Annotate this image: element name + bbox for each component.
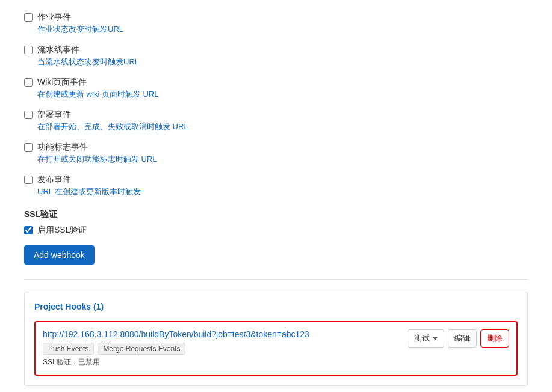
- event-item-release: 发布事件 URL 在创建或更新版本时触发: [24, 174, 528, 197]
- add-webhook-button[interactable]: Add webhook: [24, 245, 95, 265]
- events-section: 作业事件 作业状态改变时触发URL 流水线事件 当流水线状态改变时触发URL W…: [24, 12, 528, 197]
- hook-url: http://192.168.3.112:8080/buildByToken/b…: [43, 329, 398, 339]
- test-button[interactable]: 测试: [408, 329, 444, 348]
- edit-button[interactable]: 编辑: [448, 329, 477, 348]
- job-events-label: 作业事件: [37, 12, 71, 23]
- feature-flag-events-checkbox[interactable]: [24, 143, 33, 152]
- divider: [24, 279, 528, 280]
- hook-actions: 测试 编辑 删除: [408, 329, 509, 348]
- page-container: 作业事件 作业状态改变时触发URL 流水线事件 当流水线状态改变时触发URL W…: [0, 0, 552, 392]
- deploy-events-label: 部署事件: [37, 109, 71, 120]
- feature-flag-events-description: 在打开或关闭功能标志时触发 URL: [37, 154, 528, 165]
- project-hooks-section: Project Hooks (1) http://192.168.3.112:8…: [24, 292, 528, 386]
- release-events-description: URL 在创建或更新版本时触发: [37, 186, 528, 197]
- wiki-events-description: 在创建或更新 wiki 页面时触发 URL: [37, 89, 528, 100]
- wiki-events-checkbox[interactable]: [24, 78, 33, 87]
- job-events-description: 作业状态改变时触发URL: [37, 24, 528, 35]
- delete-button[interactable]: 删除: [480, 329, 509, 348]
- hook-ssl-status: SSL验证：已禁用: [43, 357, 398, 367]
- event-item-feature-flag: 功能标志事件 在打开或关闭功能标志时触发 URL: [24, 142, 528, 165]
- ssl-label: 启用SSL验证: [37, 225, 87, 236]
- ssl-section-title: SSL验证: [24, 209, 528, 220]
- event-item-job: 作业事件 作业状态改变时触发URL: [24, 12, 528, 35]
- hook-tags: Push Events Merge Requests Events: [43, 343, 398, 355]
- test-button-label: 测试: [414, 333, 430, 344]
- event-item-wiki: Wiki页面事件 在创建或更新 wiki 页面时触发 URL: [24, 77, 528, 100]
- event-item-deploy: 部署事件 在部署开始、完成、失败或取消时触发 URL: [24, 109, 528, 132]
- project-hooks-title: Project Hooks (1): [34, 302, 518, 311]
- hook-tag-merge: Merge Requests Events: [98, 343, 185, 355]
- pipeline-events-description: 当流水线状态改变时触发URL: [37, 57, 528, 67]
- hook-tag-push: Push Events: [43, 343, 94, 355]
- chevron-down-icon: [433, 337, 438, 340]
- wiki-events-label: Wiki页面事件: [37, 77, 87, 88]
- deploy-events-checkbox[interactable]: [24, 111, 33, 119]
- pipeline-events-label: 流水线事件: [37, 44, 79, 55]
- ssl-section: SSL验证 启用SSL验证: [24, 209, 528, 236]
- deploy-events-description: 在部署开始、完成、失败或取消时触发 URL: [37, 121, 528, 132]
- pipeline-events-checkbox[interactable]: [24, 46, 33, 54]
- feature-flag-events-label: 功能标志事件: [37, 142, 88, 153]
- event-item-pipeline: 流水线事件 当流水线状态改变时触发URL: [24, 44, 528, 67]
- release-events-checkbox[interactable]: [24, 176, 33, 184]
- hook-item: http://192.168.3.112:8080/buildByToken/b…: [34, 321, 518, 376]
- release-events-label: 发布事件: [37, 174, 71, 185]
- ssl-checkbox[interactable]: [24, 226, 33, 234]
- hook-info: http://192.168.3.112:8080/buildByToken/b…: [43, 329, 398, 367]
- job-events-checkbox[interactable]: [24, 13, 33, 22]
